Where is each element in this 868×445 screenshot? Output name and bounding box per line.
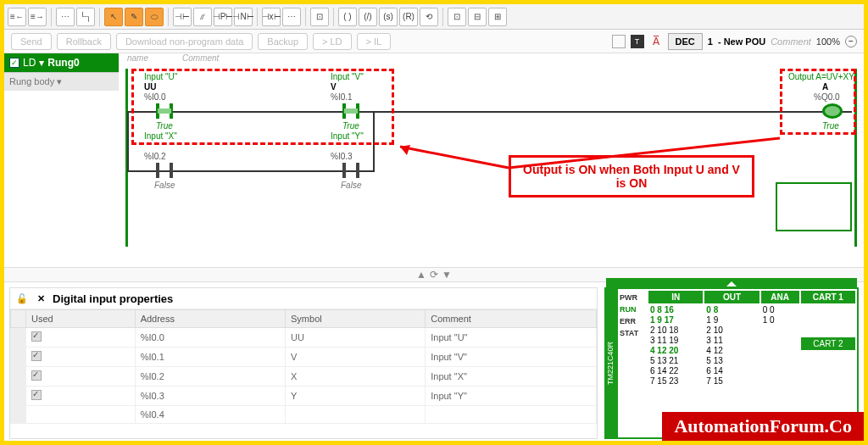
contact-y[interactable] xyxy=(339,160,363,181)
ladder-editor: ✓ LD ▾ Rung0 Rung body ▾ name Comment In… xyxy=(4,53,864,267)
backup-button[interactable]: Backup xyxy=(258,33,308,50)
tool-contact-nc[interactable]: ⫽ xyxy=(193,8,212,26)
properties-header: 🔓 ✕ Digital input properties xyxy=(10,288,597,309)
table-row[interactable]: %I0.0UUInput "U" xyxy=(11,328,597,348)
table-row[interactable]: %I0.2XInput "X" xyxy=(11,367,597,387)
send-button[interactable]: Send xyxy=(11,33,52,50)
comment-placeholder[interactable]: Comment xyxy=(771,36,811,47)
tool-coil[interactable]: ( ) xyxy=(338,8,357,26)
tool-cursor[interactable]: ↖ xyxy=(104,8,123,26)
chevron-down-icon: ▾ xyxy=(39,57,44,69)
il-button[interactable]: > IL xyxy=(357,33,392,50)
tool-coil-reset[interactable]: (R) xyxy=(399,8,418,26)
tool-coil-neg[interactable]: (/) xyxy=(359,8,377,26)
annotation-box-output xyxy=(780,69,856,135)
col-comment[interactable]: Comment xyxy=(426,310,597,328)
tool-misc[interactable]: ⊟ xyxy=(468,8,487,26)
contact-addr: %I0.3 xyxy=(331,152,353,161)
rollback-button[interactable]: Rollback xyxy=(57,33,111,50)
rung-header[interactable]: ✓ LD ▾ Rung0 xyxy=(4,53,119,72)
annotation-box-inputs xyxy=(131,69,394,145)
sim-status: PWR RUN ERR STAT xyxy=(618,289,647,437)
ladder-canvas[interactable]: name Comment Input "U" UU %I0.0 True Inp… xyxy=(119,53,864,267)
ld-button[interactable]: > LD xyxy=(313,33,352,50)
watermark: AutomationForum.Co xyxy=(662,412,864,441)
view-icon[interactable] xyxy=(612,35,626,48)
contact-addr: %I0.2 xyxy=(144,152,166,161)
tool-erase[interactable]: ⬭ xyxy=(145,8,164,26)
tool-contact-n[interactable]: ⊣N⊢ xyxy=(234,8,253,26)
wire xyxy=(127,111,129,172)
col-address[interactable]: Address xyxy=(135,310,285,328)
contact-x[interactable] xyxy=(153,160,176,181)
sim-model: TM221C40R xyxy=(606,289,618,437)
tool-block[interactable]: ⊡ xyxy=(310,8,329,26)
pou-number: 1 xyxy=(708,36,713,47)
tool-btn[interactable]: ≡← xyxy=(8,8,26,26)
table-row[interactable]: %I0.4 xyxy=(11,406,597,424)
tool-btn[interactable]: └┐ xyxy=(76,8,95,26)
chevron-down-icon: ▾ xyxy=(57,76,62,86)
rung-body-toggle[interactable]: Rung body ▾ xyxy=(4,72,119,91)
table-row[interactable]: %I0.3YInput "Y" xyxy=(11,387,597,406)
pou-name: - New POU xyxy=(718,36,765,47)
annotation-arrow xyxy=(390,138,788,189)
properties-title: Digital input properties xyxy=(53,292,173,305)
chevron-down-icon: ▼ xyxy=(442,269,452,281)
rung-gutter: ✓ LD ▾ Rung0 Rung body ▾ xyxy=(4,53,119,267)
col-symbol[interactable]: Symbol xyxy=(286,310,426,328)
svg-marker-2 xyxy=(400,145,410,155)
rung-name: Rung0 xyxy=(47,57,79,69)
main-toolbar: ≡← ≡→ ⋯ └┐ ↖ ✎ ⬭ ⊣⊢ ⫽ ⊣P⊢ ⊣N⊢ ⊣x⊢ ⋯ ⊡ ( … xyxy=(4,4,864,30)
tool-misc[interactable]: ⊞ xyxy=(488,8,507,26)
col-used[interactable]: Used xyxy=(26,310,136,328)
tool-btn[interactable]: ≡→ xyxy=(28,8,47,26)
rung-type: LD xyxy=(23,57,36,69)
chevron-up-icon: ▲ xyxy=(416,269,426,281)
contact-state: False xyxy=(154,181,175,190)
zoom-out-button[interactable]: − xyxy=(845,36,857,47)
tool-btn[interactable]: ⋯ xyxy=(56,8,75,26)
tool-coil-set[interactable]: (s) xyxy=(379,8,398,26)
secondary-toolbar: Send Rollback Download non-program data … xyxy=(4,30,864,53)
tool-more[interactable]: ⋯ xyxy=(282,8,301,26)
download-button[interactable]: Download non-program data xyxy=(116,33,253,50)
text-icon[interactable]: T xyxy=(631,35,644,48)
lock-icon[interactable]: 🔓 xyxy=(15,292,29,305)
tool-jump[interactable]: ⟲ xyxy=(420,8,438,26)
tool-contact-p[interactable]: ⊣P⊢ xyxy=(214,8,232,26)
dec-button[interactable]: DEC xyxy=(668,33,703,50)
rung-check-icon: ✓ xyxy=(9,58,19,68)
properties-panel: 🔓 ✕ Digital input properties Used Addres… xyxy=(9,287,598,439)
tool-contact-x[interactable]: ⊣x⊢ xyxy=(262,8,281,26)
tool-misc[interactable]: ⊡ xyxy=(448,8,466,26)
zoom-label: 100% xyxy=(816,36,840,47)
table-row[interactable]: %I0.1VInput "V" xyxy=(11,348,597,367)
tool-contact-no[interactable]: ⊣⊢ xyxy=(173,8,192,26)
contact-state: False xyxy=(341,181,361,190)
properties-table[interactable]: Used Address Symbol Comment %I0.0UUInput… xyxy=(10,309,597,438)
col-blank xyxy=(11,310,26,328)
selection-box xyxy=(776,182,852,231)
col-comment: Comment xyxy=(182,53,219,69)
font-icon[interactable]: A̅ xyxy=(649,35,663,48)
svg-line-0 xyxy=(509,138,780,168)
col-name: name xyxy=(127,53,148,69)
svg-line-1 xyxy=(400,147,509,168)
pou-info: T A̅ DEC 1 - New POU Comment 100% − xyxy=(612,33,857,50)
close-icon[interactable]: ✕ xyxy=(34,292,47,305)
tool-pencil[interactable]: ✎ xyxy=(125,8,143,26)
sim-collapse[interactable] xyxy=(606,278,857,289)
refresh-icon: ⟳ xyxy=(430,269,438,281)
